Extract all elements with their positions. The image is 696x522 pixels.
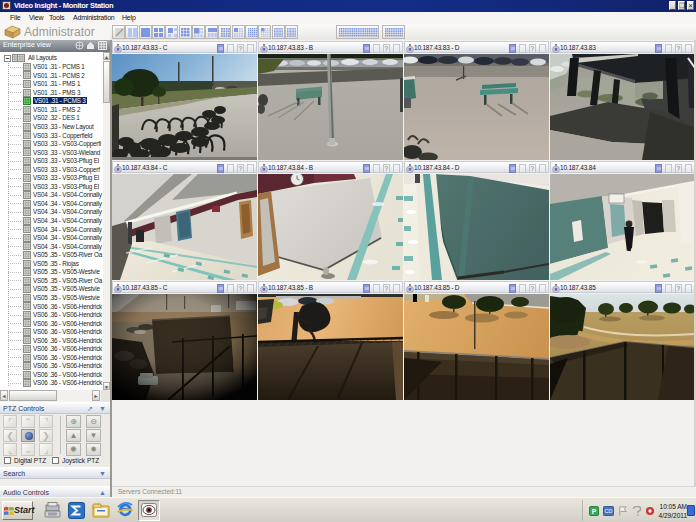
svg-text:CD: CD <box>605 508 613 514</box>
svg-text:P: P <box>592 508 597 515</box>
